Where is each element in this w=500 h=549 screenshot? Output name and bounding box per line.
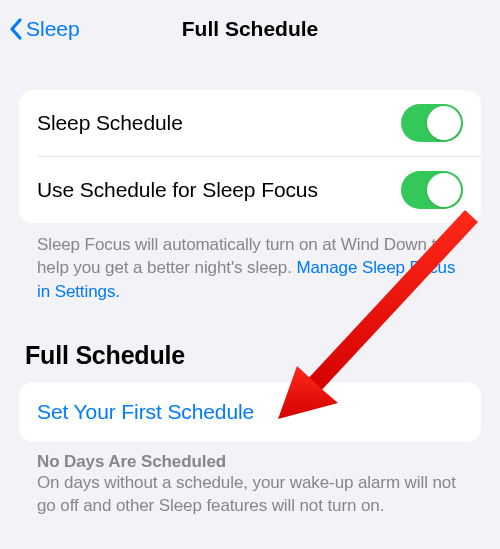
back-button[interactable]: Sleep (8, 17, 80, 41)
chevron-left-icon (8, 17, 24, 41)
no-days-body: On days without a schedule, your wake-up… (37, 472, 463, 518)
full-schedule-header: Full Schedule (19, 303, 481, 382)
no-days-footer: No Days Are Scheduled On days without a … (19, 442, 481, 518)
toggle-knob (427, 173, 461, 207)
page-title: Full Schedule (182, 17, 319, 41)
navigation-bar: Sleep Full Schedule (0, 0, 500, 58)
full-schedule-group: Set Your First Schedule (19, 382, 481, 442)
use-schedule-focus-label: Use Schedule for Sleep Focus (37, 178, 318, 202)
no-days-title: No Days Are Scheduled (37, 452, 463, 472)
use-schedule-focus-row: Use Schedule for Sleep Focus (19, 157, 481, 223)
sleep-schedule-label: Sleep Schedule (37, 111, 183, 135)
sleep-focus-footer: Sleep Focus will automatically turn on a… (19, 223, 481, 303)
use-schedule-focus-toggle[interactable] (401, 171, 463, 209)
set-first-schedule-button[interactable]: Set Your First Schedule (19, 382, 481, 442)
toggle-knob (427, 106, 461, 140)
sleep-schedule-group: Sleep Schedule Use Schedule for Sleep Fo… (19, 90, 481, 223)
sleep-schedule-toggle[interactable] (401, 104, 463, 142)
sleep-schedule-row: Sleep Schedule (19, 90, 481, 156)
back-label: Sleep (26, 17, 80, 41)
set-first-schedule-label: Set Your First Schedule (37, 400, 254, 424)
